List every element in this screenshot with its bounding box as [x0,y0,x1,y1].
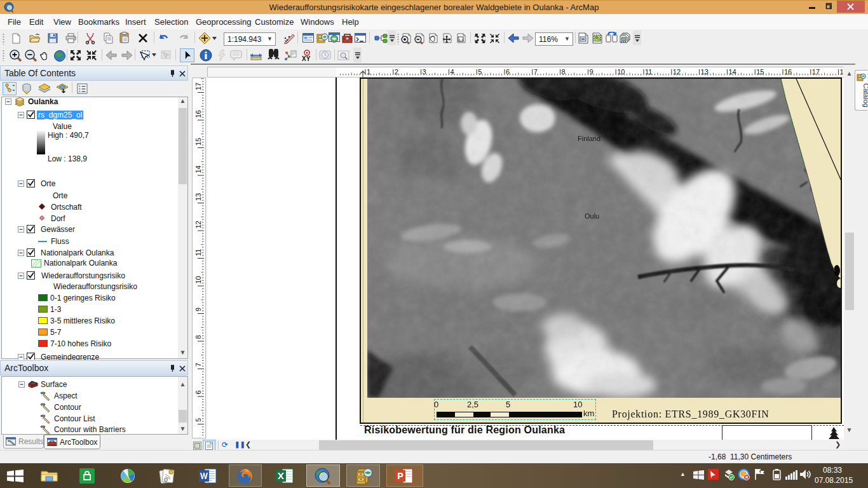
svg-text:5: 5 [194,418,202,422]
svg-text:11: 11 [645,68,652,76]
svg-text:1:1: 1:1 [459,38,465,42]
svg-text:8: 8 [562,68,566,76]
svg-text:13: 13 [701,68,709,76]
svg-text:6: 6 [506,68,510,76]
svg-text:11: 11 [194,249,202,256]
svg-text:14: 14 [728,68,736,76]
svg-text:13: 13 [194,193,202,201]
svg-text:Finland: Finland [578,135,600,142]
svg-text:10: 10 [617,68,625,76]
svg-text:2: 2 [395,68,398,76]
svg-text:12: 12 [673,68,681,76]
svg-text:17: 17 [194,83,202,90]
svg-text:17: 17 [812,68,820,76]
svg-text:15: 15 [194,138,202,146]
svg-text:XY: XY [302,55,311,62]
svg-text:9: 9 [194,308,202,311]
svg-text:3: 3 [423,68,426,76]
svg-text:5: 5 [478,68,482,76]
svg-text:6: 6 [194,390,202,394]
svg-text:16: 16 [194,110,202,118]
svg-text:16: 16 [784,68,792,76]
svg-text:14: 14 [194,165,202,173]
svg-text:7: 7 [534,68,538,76]
svg-text:15: 15 [756,68,764,76]
svg-text:8: 8 [194,335,202,339]
svg-text:7: 7 [194,363,202,367]
svg-text:Catalog: Catalog [862,83,868,107]
svg-text:10: 10 [194,276,202,283]
svg-text:12: 12 [194,220,202,228]
svg-text:9: 9 [589,68,593,76]
svg-text:Oulu: Oulu [585,212,599,220]
svg-text:4: 4 [450,68,454,76]
